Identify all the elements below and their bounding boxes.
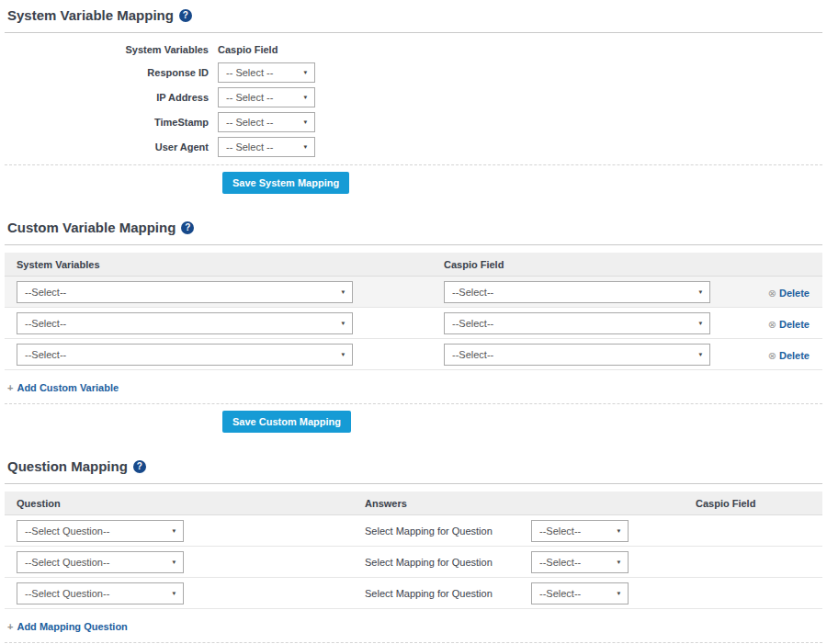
question-select[interactable]: --Select Question-- [17, 551, 184, 573]
caspio-field-column-header: Caspio Field [696, 498, 822, 509]
custom-table-header: System Variables Caspio Field [5, 253, 822, 277]
system-mapping-form: System Variables Caspio Field Response I… [5, 44, 822, 157]
custom-table-row: --Select-- ▼ --Select-- ▼ ⊗Delete [5, 339, 822, 370]
delete-row-link[interactable]: ⊗Delete [768, 288, 810, 299]
question-table-header: Question Answers Caspio Field [5, 491, 822, 515]
add-mapping-question-link[interactable]: +Add Mapping Question [7, 621, 128, 632]
custom-mapping-title-text: Custom Variable Mapping [7, 220, 176, 235]
custom-caspio-field-select[interactable]: --Select-- [444, 312, 710, 334]
custom-table-row: --Select-- ▼ --Select-- ▼ ⊗Delete [5, 308, 822, 339]
question-table-row: --Select Question-- ▼ Select Mapping for… [5, 578, 822, 609]
variable-mapping-page: System Variable Mapping ? System Variabl… [0, 0, 827, 644]
system-mapping-title: System Variable Mapping ? [7, 7, 822, 23]
system-row-ip-address: IP Address -- Select -- ▼ [5, 87, 822, 107]
user-agent-label: User Agent [5, 141, 218, 153]
system-row-user-agent: User Agent -- Select -- ▼ [5, 137, 822, 157]
custom-table-row: --Select-- ▼ --Select-- ▼ ⊗Delete [5, 277, 822, 308]
caspio-field-column-header: Caspio Field [218, 44, 278, 55]
help-icon[interactable]: ? [181, 221, 194, 234]
divider [5, 244, 822, 245]
question-table-row: --Select Question-- ▼ Select Mapping for… [5, 547, 822, 578]
system-variables-column-header: System Variables [5, 259, 444, 270]
answers-mapping-select[interactable]: --Select-- [531, 582, 629, 604]
system-form-header-row: System Variables Caspio Field [5, 44, 822, 55]
delete-circle-icon: ⊗ [768, 350, 776, 361]
question-select[interactable]: --Select Question-- [17, 582, 184, 604]
answers-column-header: Answers [360, 498, 696, 509]
response-id-label: Response ID [5, 67, 218, 78]
ip-address-label: IP Address [5, 92, 218, 103]
answers-mapping-label: Select Mapping for Question [365, 557, 531, 568]
answers-mapping-select[interactable]: --Select-- [531, 551, 629, 573]
ip-address-select[interactable]: -- Select -- [218, 87, 315, 107]
custom-system-variable-select[interactable]: --Select-- [17, 344, 353, 366]
save-custom-mapping-button[interactable]: Save Custom Mapping [222, 411, 351, 433]
answers-mapping-label: Select Mapping for Question [365, 525, 531, 537]
timestamp-select[interactable]: -- Select -- [218, 112, 315, 132]
custom-system-variable-select[interactable]: --Select-- [17, 281, 353, 303]
delete-row-link[interactable]: ⊗Delete [768, 319, 810, 330]
save-system-mapping-button[interactable]: Save System Mapping [222, 172, 349, 194]
divider [5, 32, 822, 33]
custom-variable-mapping-section: Custom Variable Mapping ? System Variabl… [5, 220, 822, 433]
response-id-select[interactable]: -- Select -- [218, 62, 315, 83]
plus-icon: + [7, 382, 13, 393]
delete-circle-icon: ⊗ [768, 319, 776, 330]
system-mapping-title-text: System Variable Mapping [7, 7, 174, 23]
answers-mapping-select[interactable]: --Select-- [531, 520, 629, 542]
answers-mapping-label: Select Mapping for Question [365, 588, 531, 599]
system-row-response-id: Response ID -- Select -- ▼ [5, 62, 822, 83]
question-mapping-table: Question Answers Caspio Field --Select Q… [5, 491, 822, 609]
system-variable-mapping-section: System Variable Mapping ? System Variabl… [5, 7, 822, 194]
dashed-divider [5, 642, 822, 643]
caspio-field-column-header: Caspio Field [444, 259, 731, 270]
add-custom-variable-link[interactable]: +Add Custom Variable [7, 382, 119, 393]
delete-row-link[interactable]: ⊗Delete [768, 350, 810, 361]
custom-mapping-title: Custom Variable Mapping ? [7, 220, 822, 235]
timestamp-label: TimeStamp [5, 117, 218, 128]
divider [5, 483, 822, 484]
dashed-divider [5, 164, 822, 165]
help-icon[interactable]: ? [179, 9, 192, 22]
custom-mapping-table: System Variables Caspio Field --Select--… [5, 253, 822, 370]
delete-circle-icon: ⊗ [768, 288, 776, 299]
question-mapping-title: Question Mapping ? [7, 458, 822, 474]
custom-system-variable-select[interactable]: --Select-- [17, 312, 353, 334]
plus-icon: + [7, 621, 13, 632]
user-agent-select[interactable]: -- Select -- [218, 137, 315, 157]
custom-caspio-field-select[interactable]: --Select-- [444, 281, 710, 303]
question-column-header: Question [5, 498, 360, 509]
question-select[interactable]: --Select Question-- [17, 520, 184, 542]
question-mapping-title-text: Question Mapping [7, 458, 128, 474]
help-icon[interactable]: ? [133, 460, 146, 473]
question-table-row: --Select Question-- ▼ Select Mapping for… [5, 515, 822, 547]
system-row-timestamp: TimeStamp -- Select -- ▼ [5, 112, 822, 132]
custom-caspio-field-select[interactable]: --Select-- [444, 344, 710, 366]
question-mapping-section: Question Mapping ? Question Answers Casp… [5, 458, 822, 644]
system-variables-column-header: System Variables [5, 44, 218, 55]
dashed-divider [5, 403, 822, 404]
